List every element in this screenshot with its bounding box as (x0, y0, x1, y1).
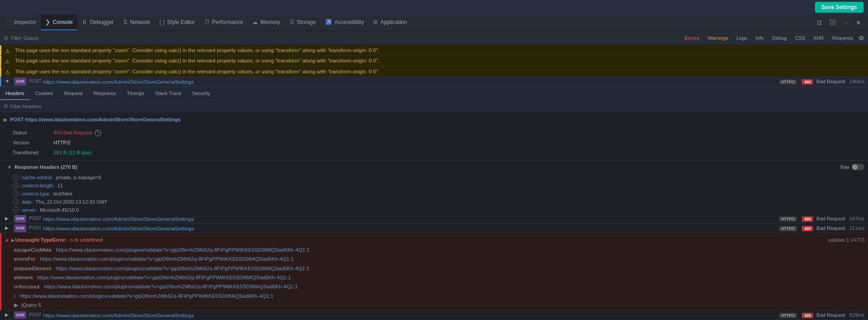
trace-file-1: https://www.idautomation.com/plugins/val… (40, 255, 294, 263)
detail-tab-response[interactable]: Response (88, 87, 121, 100)
chevron-right-icon-last (5, 311, 12, 319)
warning-row-2: ⚠ This page uses the non standard proper… (0, 56, 868, 66)
xhr-row-1[interactable]: XHR POST https://www.idautomation.com/Ad… (0, 77, 868, 86)
warning-text-1: This page uses the non standard property… (15, 46, 864, 54)
xhr-badge-last: XHR (14, 311, 26, 319)
resp-help-icon-2[interactable]: ? (13, 191, 19, 197)
status-help-icon[interactable]: ? (95, 130, 101, 136)
response-headers-toggle[interactable]: Response Headers (270 B) (4, 162, 81, 172)
resp-key-2: content-type: (22, 191, 51, 196)
version-value: HTTP/2 (53, 140, 71, 145)
tab-inspector[interactable]: ⬚ Inspector (2, 14, 41, 30)
trace-func-5: i (14, 292, 15, 300)
resp-help-icon-3[interactable]: ? (13, 199, 19, 205)
resp-help-icon-4[interactable]: ? (13, 207, 19, 213)
detail-tabs: Headers Cookies Request Response Timings… (0, 87, 868, 100)
more-button[interactable]: ··· (841, 18, 851, 27)
row-right-last: HTTP/2 400 Bad Request 629ms (775, 311, 864, 320)
method-label-last: POST (29, 311, 41, 319)
requests-filter-button[interactable]: Requests (829, 34, 856, 42)
xhr-row-2[interactable]: XHR POST https://www.idautomation.com/Ad… (0, 214, 868, 224)
close-devtools-button[interactable]: ✕ (853, 18, 863, 27)
resp-help-icon-1[interactable]: ? (13, 182, 19, 189)
tab-style-editor[interactable]: { } Style Editor (155, 14, 199, 30)
time-1: 140ms (849, 79, 864, 84)
debug-filter-button[interactable]: Debug (769, 34, 789, 42)
xhr-badge-1: XHR (14, 78, 26, 85)
tab-network[interactable]: ⇅ Network (118, 14, 155, 30)
xhr-badge-2: XHR (14, 215, 26, 222)
time-2: 147ms (849, 216, 864, 221)
detail-tab-headers[interactable]: Headers (0, 87, 30, 100)
resp-key-4: server: (22, 207, 37, 213)
network-detail-panel: Headers Cookies Request Response Timings… (0, 86, 868, 214)
raw-toggle[interactable]: Raw (840, 164, 864, 170)
detail-tab-timings[interactable]: Timings (121, 87, 150, 100)
resp-header-row-2: ? content-type: text/html (0, 190, 868, 198)
trace-row-2: prepareElement https://www.idautomation.… (14, 264, 310, 273)
warnings-filter-button[interactable]: Warnings (705, 34, 731, 42)
detail-tab-cookies[interactable]: Cookies (30, 87, 59, 100)
resp-val-4: Microsoft-IIS/10.0 (40, 207, 79, 213)
raw-label: Raw (840, 165, 849, 170)
trace-row-3: element https://www.idautomation.com/plu… (14, 273, 310, 282)
xhr-row-last[interactable]: XHR POST https://www.idautomation.com/Ad… (0, 310, 868, 320)
tab-console[interactable]: ❯ Console (41, 14, 77, 30)
filter-bar-right: Errors Warnings Logs Info Debug CSS XHR … (682, 34, 864, 42)
xhr-filter-button[interactable]: XHR (810, 34, 826, 42)
detail-tab-request[interactable]: Request (58, 87, 88, 100)
warning-text-2: This page uses the non standard property… (15, 57, 864, 65)
row-right-2: HTTP/2 400 Bad Request 147ms (775, 215, 864, 223)
resp-key-3: date: (22, 199, 33, 205)
tab-storage[interactable]: ☰ Storage (285, 14, 320, 30)
status-value: 400 Bad Request (53, 130, 92, 135)
status-detail-table: Status 400 Bad Request ? Version HTTP/2 … (0, 127, 868, 160)
resp-val-3: Thu, 22 Oct 2020 13:12:33 GMT (35, 199, 107, 205)
request-url-section: POST https://www.idautomation.com/Admin/… (0, 112, 868, 127)
trace-row-5: i https://www.idautomation.com/plugins/v… (14, 291, 310, 301)
resp-key-1: content-length: (22, 183, 55, 188)
response-headers-chevron-icon (7, 165, 12, 170)
console-icon: ❯ (45, 19, 50, 25)
logs-filter-button[interactable]: Logs (734, 34, 750, 42)
trace-row-0: escapeCssMeta https://www.idautomation.c… (14, 245, 310, 254)
transferred-value: 281 B (11 B size) (53, 150, 92, 155)
warning-row-3: ⚠ This page uses the non standard proper… (0, 67, 868, 77)
http-badge-last: HTTP/2 (779, 313, 797, 318)
errors-filter-button[interactable]: Errors (682, 34, 702, 42)
error-block: ● Uncaught TypeError: n is undefined val… (0, 233, 868, 310)
resp-help-icon-0[interactable]: ? (13, 174, 19, 181)
info-filter-button[interactable]: Info (753, 34, 766, 42)
console-settings-button[interactable]: ⚙ (858, 34, 864, 42)
detail-tab-stack-trace[interactable]: Stack Trace (150, 87, 187, 100)
request-url-section-header[interactable]: POST https://www.idautomation.com/Admin/… (0, 115, 868, 124)
status-row: Status 400 Bad Request ? (0, 129, 868, 139)
responsive-mode-button[interactable]: ⊡ (815, 18, 824, 27)
error-header-row: ● Uncaught TypeError: n is undefined val… (5, 235, 864, 245)
request-url-value: POST https://www.idautomation.com/Admin/… (10, 117, 181, 122)
error-circle-icon: ● (5, 235, 9, 245)
detail-tab-security[interactable]: Security (187, 87, 216, 100)
xhr-badge-3: XHR (14, 224, 26, 232)
raw-toggle-track[interactable] (852, 164, 864, 170)
tab-performance[interactable]: ⏱ Performance (199, 14, 248, 30)
url-text-2: https://www.idautomation.com/Admin/Store… (43, 215, 194, 223)
save-settings-button[interactable]: Save Settings (815, 2, 863, 13)
tab-application[interactable]: ⊞ Application (369, 14, 412, 30)
inspector-icon: ⬚ (6, 19, 12, 25)
filter-headers-label: Filter Headers (10, 104, 41, 109)
xhr-row-3[interactable]: XHR POST https://www.idautomation.com/Ad… (0, 224, 868, 233)
jquery-expand-icon: ▶ (14, 302, 18, 308)
tab-accessibility[interactable]: ♿ Accessibility (320, 14, 369, 30)
dock-button[interactable]: ⬛ (827, 18, 839, 27)
tab-bar-right: ⊡ ⬛ ··· ✕ (815, 14, 866, 30)
stack-trace-block: escapeCssMeta https://www.idautomation.c… (5, 245, 310, 319)
tab-application-label: Application (380, 19, 407, 25)
row-right-3: HTTP/2 400 Bad Request 111ms (775, 224, 864, 233)
tab-memory[interactable]: ☁ Memory (247, 14, 284, 30)
url-text-3: https://www.idautomation.com/Admin/Store… (43, 224, 194, 233)
url-text-last: https://www.idautomation.com/Admin/Store… (43, 311, 194, 320)
css-filter-button[interactable]: CSS (792, 34, 808, 42)
tab-debugger[interactable]: ⏸ Debugger (77, 14, 118, 30)
trace-row-1: errorsFor https://www.idautomation.com/p… (14, 254, 310, 263)
